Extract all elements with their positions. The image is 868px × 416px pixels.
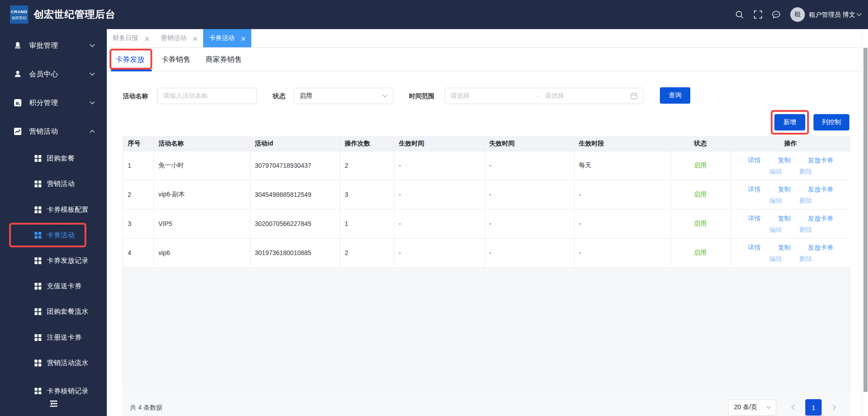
close-icon[interactable] bbox=[241, 36, 246, 41]
total-count: 共 4 条数据 bbox=[130, 391, 163, 416]
tab-merchant-coupon-sale[interactable]: 商家券销售 bbox=[205, 48, 242, 71]
sidebar-subitem-register-coupon[interactable]: 注册送卡券 bbox=[0, 325, 107, 350]
status-badge: 启用 bbox=[670, 151, 730, 180]
sidebar-subitem-coupon-issue-record[interactable]: 卡券发放记录 bbox=[0, 248, 107, 273]
detail-link[interactable]: 详情 bbox=[748, 213, 761, 224]
sidebar-subitem-label: 注册送卡券 bbox=[47, 333, 82, 342]
table-row: 3 VIP5 3020070566227845 1 - - - 启用 详情 复制… bbox=[123, 209, 851, 238]
edit-link[interactable]: 编辑 bbox=[769, 224, 782, 235]
sidebar-item-points[interactable]: e 积分管理 bbox=[0, 90, 107, 115]
chevron-down-icon[interactable] bbox=[856, 12, 862, 17]
cell-id: 3020070566227845 bbox=[250, 209, 340, 238]
message-icon[interactable] bbox=[772, 10, 781, 19]
column-control-button[interactable]: 列控制 bbox=[813, 114, 849, 130]
page-1-button[interactable]: 1 bbox=[805, 399, 822, 416]
tab-marketing-activity[interactable]: 营销活动 bbox=[155, 29, 203, 47]
search-button[interactable]: 查询 bbox=[660, 87, 690, 104]
detail-link[interactable]: 详情 bbox=[748, 184, 761, 195]
fullscreen-icon[interactable] bbox=[753, 10, 763, 19]
brand-logo: CRAND ······· 创宏世纪 bbox=[10, 5, 28, 24]
chevron-down-icon bbox=[90, 101, 95, 105]
copy-link[interactable]: 复制 bbox=[778, 155, 791, 165]
open-tabs-bar: 财务日报 营销活动 卡券活动 bbox=[107, 29, 862, 48]
range-end-placeholder: 请选择 bbox=[545, 92, 564, 100]
column-header: 活动名称 bbox=[154, 137, 250, 151]
issue-coupon-link[interactable]: 发放卡券 bbox=[808, 213, 833, 224]
tab-coupon-sale[interactable]: 卡券销售 bbox=[161, 48, 190, 71]
copy-link[interactable]: 复制 bbox=[778, 242, 791, 253]
tab-coupon-issue[interactable]: 卡券发放 bbox=[115, 48, 145, 71]
table-header-row: 序号 活动名称 活动id 操作次数 生效时间 失效时间 生效时段 状态 操作 bbox=[123, 137, 851, 151]
table-row: 2 vip6-副本 3045498685812549 3 - - - 启用 详情… bbox=[123, 180, 851, 209]
sidebar-subitem-marketing-flow[interactable]: 营销活动流水 bbox=[0, 350, 107, 376]
cell-id: 3019736180010885 bbox=[250, 238, 340, 267]
prev-page-button[interactable] bbox=[788, 399, 798, 416]
issue-coupon-link[interactable]: 发放卡券 bbox=[808, 242, 833, 253]
cell-start: - bbox=[394, 180, 484, 209]
tab-label: 营销活动 bbox=[161, 34, 186, 42]
scrollbar-track[interactable] bbox=[862, 29, 868, 416]
table-footer: 共 4 条数据 20 条/页 1 bbox=[123, 391, 850, 416]
sidebar-subitem-coupon-activity[interactable]: 卡券活动 bbox=[0, 222, 107, 248]
edit-link[interactable]: 编辑 bbox=[769, 253, 782, 264]
edit-link[interactable]: 编辑 bbox=[769, 166, 782, 177]
issue-coupon-link[interactable]: 发放卡券 bbox=[808, 184, 833, 195]
sidebar-item-label: 会员中心 bbox=[29, 70, 58, 79]
user-name[interactable]: 租户管理员 博文 bbox=[809, 0, 855, 29]
sidebar-subitem-label: 营销活动流水 bbox=[47, 359, 89, 367]
column-header: 活动id bbox=[250, 137, 340, 151]
cell-period: 每天 bbox=[574, 151, 670, 180]
add-button[interactable]: 新增 bbox=[774, 114, 805, 130]
cell-period: - bbox=[574, 238, 670, 267]
search-icon[interactable] bbox=[735, 10, 744, 19]
column-header: 生效时段 bbox=[574, 137, 670, 151]
tab-label: 财务日报 bbox=[113, 34, 138, 42]
column-header: 状态 bbox=[670, 137, 730, 151]
edit-link[interactable]: 编辑 bbox=[769, 195, 782, 206]
status-badge: 启用 bbox=[670, 180, 730, 209]
sidebar-subitem-label: 营销活动 bbox=[47, 180, 75, 188]
menu-fold-icon[interactable] bbox=[50, 401, 57, 407]
date-range-picker[interactable]: 请选择 - 请选择 bbox=[444, 88, 644, 104]
status-select[interactable]: 启用 bbox=[294, 88, 394, 104]
cell-ops: 1 bbox=[340, 209, 394, 238]
sidebar-subitem-marketing-activity[interactable]: 营销活动 bbox=[0, 171, 107, 196]
filter-range-label: 时间范围 bbox=[409, 88, 434, 104]
avatar[interactable]: 租 bbox=[790, 7, 805, 22]
next-page-button[interactable] bbox=[829, 399, 838, 416]
tab-finance-daily[interactable]: 财务日报 bbox=[107, 29, 155, 47]
close-icon[interactable] bbox=[145, 36, 150, 41]
tab-coupon-activity[interactable]: 卡券活动 bbox=[203, 29, 251, 47]
copy-link[interactable]: 复制 bbox=[778, 213, 791, 224]
sidebar-subitem-coupon-template[interactable]: 卡券模板配置 bbox=[0, 197, 107, 222]
filter-name-label: 活动名称 bbox=[123, 88, 148, 104]
delete-link[interactable]: 删除 bbox=[799, 166, 812, 177]
delete-link[interactable]: 删除 bbox=[799, 195, 812, 206]
issue-coupon-link[interactable]: 发放卡券 bbox=[808, 155, 833, 165]
sidebar-item-marketing[interactable]: 营销活动 bbox=[0, 119, 107, 144]
copy-link[interactable]: 复制 bbox=[778, 184, 791, 195]
delete-link[interactable]: 删除 bbox=[799, 224, 812, 235]
sidebar-item-approval[interactable]: 审批管理 bbox=[0, 33, 107, 58]
sidebar-subitem-group-buy-flow[interactable]: 团购套餐流水 bbox=[0, 299, 107, 324]
detail-link[interactable]: 详情 bbox=[748, 155, 761, 165]
cell-index: 2 bbox=[123, 180, 154, 209]
scrollbar-thumb[interactable] bbox=[863, 48, 868, 392]
detail-link[interactable]: 详情 bbox=[748, 242, 761, 253]
row-actions: 详情 复制 发放卡券 编辑 删除 bbox=[730, 180, 851, 209]
delete-link[interactable]: 删除 bbox=[799, 253, 812, 264]
activity-name-input[interactable]: 请输入活动名称 bbox=[157, 88, 257, 104]
sidebar-subitem-recharge-coupon[interactable]: 充值送卡券 bbox=[0, 273, 107, 299]
page-title: 创宏世纪管理后台 bbox=[34, 0, 115, 29]
cell-ops: 3 bbox=[340, 180, 394, 209]
status-badge: 启用 bbox=[670, 238, 730, 267]
sidebar-subitem-group-buy[interactable]: 团购套餐 bbox=[0, 145, 107, 171]
page-size-select[interactable]: 20 条/页 bbox=[728, 399, 776, 416]
sidebar-subitem-label: 团购套餐流水 bbox=[47, 307, 89, 316]
cell-id: 3079704718930437 bbox=[250, 151, 340, 180]
chevron-down-icon bbox=[90, 72, 95, 76]
close-icon[interactable] bbox=[193, 36, 198, 41]
table-row: 1 免一小时 3079704718930437 2 - - 每天 启用 详情 复… bbox=[123, 151, 851, 180]
column-header: 生效时间 bbox=[394, 137, 484, 151]
sidebar-item-member[interactable]: 会员中心 bbox=[0, 61, 107, 87]
